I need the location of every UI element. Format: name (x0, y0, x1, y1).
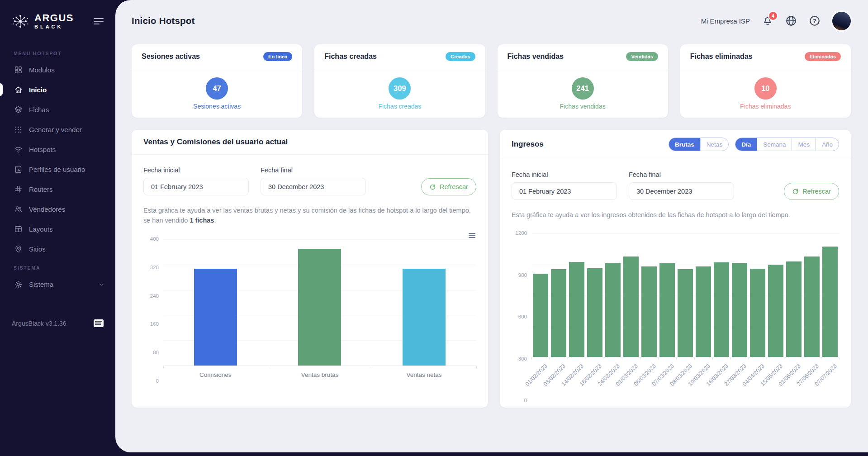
x-axis: ComisionesVentas brutasVentas netas (163, 366, 476, 381)
topbar: Inicio Hotspot Mi Empresa ISP 4 ? (115, 0, 868, 42)
brand: ARGUS BLACK (0, 0, 115, 31)
sidebar-item-hotspots[interactable]: Hotspots (0, 139, 115, 159)
bar-24-02-2023 (605, 263, 621, 357)
y-axis: 12009006003000 (512, 233, 531, 401)
bar-06-03-2023 (641, 266, 657, 357)
stat-card-link[interactable]: Sesiones activas (193, 103, 241, 110)
sidebar-item-fichas[interactable]: Fichas (0, 100, 115, 119)
notification-count-badge: 4 (769, 12, 777, 20)
bar-ventas-netas (403, 269, 446, 366)
brutas-netas-toggle: BrutasNetas (669, 138, 729, 151)
fecha-final-label: Fecha final (629, 171, 734, 178)
stat-card-fichas-creadas: Fichas creadas Creadas 309 Fichas creada… (314, 44, 485, 118)
sidebar-item-label: Generar y vender (29, 126, 82, 133)
sidebar-item-label: Perfiles de usuario (29, 166, 85, 173)
language-globe-icon[interactable] (785, 15, 797, 27)
toggle-a-o[interactable]: Año (816, 138, 839, 151)
stat-value-circle: 47 (206, 77, 228, 100)
plot-area (163, 239, 476, 366)
version-badge-icon (94, 319, 104, 327)
stat-card-link[interactable]: Fichas vendidas (560, 103, 606, 110)
refresh-button[interactable]: Refrescar (784, 183, 839, 200)
user-avatar[interactable] (832, 12, 851, 30)
sidebar-menu: ModulosInicioFichasGenerar y venderHotsp… (0, 60, 115, 259)
profile-doc-icon (14, 165, 23, 174)
toggle-brutas[interactable]: Brutas (669, 138, 700, 151)
notifications-bell-icon[interactable]: 4 (762, 15, 773, 27)
fecha-final-input[interactable] (629, 182, 734, 200)
company-name: Mi Empresa ISP (701, 17, 750, 25)
y-tick-label: 900 (518, 272, 527, 278)
sales-bar-chart: 400320240160800ComisionesVentas brutasVe… (143, 239, 476, 381)
bar-08-03-2023 (678, 269, 693, 357)
stat-card-link[interactable]: Fichas creadas (378, 103, 421, 110)
bar-01-06-2023 (786, 261, 802, 357)
chart-menu-icon[interactable] (469, 232, 475, 239)
toggle-mes[interactable]: Mes (792, 138, 816, 151)
bar-16-03-2023 (714, 262, 729, 357)
bar-01-02-2023 (533, 274, 548, 357)
sidebar-item-label: Routers (29, 185, 53, 193)
status-badge: En línea (263, 52, 292, 61)
toggle-netas[interactable]: Netas (700, 138, 728, 151)
sidebar-item-routers[interactable]: Routers (0, 179, 115, 199)
sidebar-section-menu-hotspot: MENU HOTSPOT (14, 51, 115, 56)
refresh-button[interactable]: Refrescar (421, 178, 476, 195)
bar-comisiones (194, 269, 237, 366)
sales-panel: Ventas y Comisiones del usuario actual F… (132, 130, 488, 408)
ingresos-description: Esta gráfica te ayuda a ver los ingresos… (512, 210, 839, 220)
sidebar-item-perfiles-de-usuario[interactable]: Perfiles de usuario (0, 159, 115, 179)
ingresos-bar-chart: 1200900600300001/02/202303/02/202314/02/… (512, 233, 839, 401)
fecha-final-label: Fecha final (261, 166, 366, 174)
bar-ventas-brutas (298, 249, 341, 366)
brand-logo-icon (11, 12, 30, 31)
sidebar-item-generar-y-vender[interactable]: Generar y vender (0, 119, 115, 139)
toggle-semana[interactable]: Semana (757, 138, 792, 151)
fecha-final-input[interactable] (261, 178, 366, 195)
stat-value-circle: 10 (754, 77, 777, 100)
sidebar: ARGUS BLACK MENU HOTSPOT ModulosInicioFi… (0, 0, 115, 456)
x-tick-label: Ventas netas (372, 371, 476, 378)
sidebar-collapse-icon[interactable] (92, 14, 105, 28)
fecha-inicial-label: Fecha inicial (512, 171, 617, 178)
stat-cards-row: Sesiones activas En línea 47 Sesiones ac… (115, 42, 868, 118)
sidebar-item-inicio[interactable]: Inicio (0, 80, 115, 100)
sidebar-item-label: Vendedores (29, 205, 65, 213)
bar-15-05-2023 (768, 265, 783, 357)
bar-01-03-2023 (623, 256, 639, 357)
bar-03-02-2023 (551, 269, 566, 357)
fecha-inicial-input[interactable] (512, 182, 617, 200)
sidebar-system-menu: Sistema (0, 274, 115, 294)
bar-27-03-2023 (732, 263, 747, 357)
bar-16-02-2023 (587, 268, 602, 357)
sidebar-item-modulos[interactable]: Modulos (0, 60, 115, 80)
stat-value-circle: 241 (572, 77, 594, 100)
people-icon (14, 204, 23, 214)
gear-icon (14, 280, 23, 289)
bar-07-07-2023 (822, 247, 838, 357)
status-badge: Vendidas (626, 52, 658, 61)
refresh-icon (429, 184, 436, 190)
stat-card-title: Fichas eliminadas (690, 52, 753, 61)
stat-card-fichas-eliminadas: Fichas eliminadas Eliminadas 10 Fichas e… (680, 44, 851, 118)
y-tick-label: 300 (518, 356, 527, 361)
home-icon (14, 85, 23, 94)
y-tick-label: 0 (156, 378, 159, 384)
sidebar-item-label: Sitios (29, 245, 46, 253)
sidebar-item-layouts[interactable]: Layouts (0, 219, 115, 239)
sidebar-item-vendedores[interactable]: Vendedores (0, 199, 115, 219)
stat-card-sesiones-activas: Sesiones activas En línea 47 Sesiones ac… (132, 44, 302, 118)
toggle-d-a[interactable]: Día (735, 138, 757, 151)
fecha-inicial-label: Fecha inicial (143, 166, 249, 174)
sidebar-item-sistema[interactable]: Sistema (0, 274, 115, 294)
wifi-icon (14, 145, 23, 154)
x-axis: 01/02/202303/02/202314/02/202316/02/2023… (531, 357, 839, 401)
stat-card-title: Fichas creadas (324, 52, 377, 61)
stat-value-circle: 309 (389, 77, 411, 100)
help-icon[interactable]: ? (809, 15, 821, 27)
fecha-inicial-input[interactable] (143, 178, 249, 195)
sidebar-item-sitios[interactable]: Sitios (0, 239, 115, 259)
y-tick-label: 0 (524, 398, 527, 403)
svg-text:?: ? (813, 18, 816, 24)
stat-card-link[interactable]: Fichas eliminadas (740, 103, 791, 110)
